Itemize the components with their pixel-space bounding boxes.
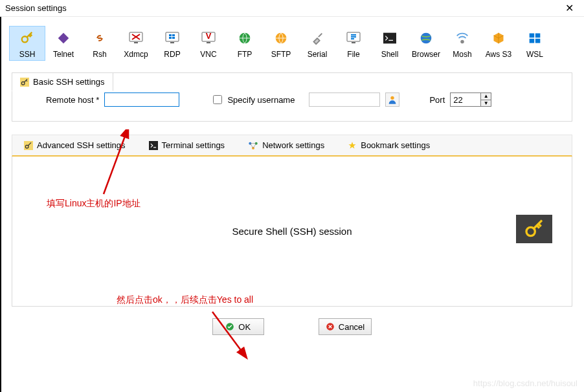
- svg-rect-11: [207, 42, 210, 43]
- key-icon: [10, 29, 45, 47]
- basic-row: Remote host * Specify username Port ▲▼: [24, 93, 560, 107]
- protocol-vnc[interactable]: V VNC: [190, 26, 227, 61]
- advanced-tabs: Advanced SSH settings Terminal settings …: [12, 135, 572, 157]
- svg-rect-25: [535, 39, 541, 43]
- protocol-shell[interactable]: Shell: [372, 26, 408, 61]
- watermark: https://blog.csdn.net/huisoul: [473, 378, 578, 388]
- globe-orange-icon: [264, 29, 298, 47]
- globe-green-icon: [227, 29, 262, 47]
- svg-point-21: [460, 40, 464, 44]
- protocol-wsl[interactable]: WSL: [517, 26, 553, 61]
- svg-rect-6: [169, 37, 172, 39]
- key-small-icon: [24, 141, 33, 150]
- protocol-label: FTP: [227, 50, 262, 59]
- protocol-aws-s3[interactable]: Aws S3: [480, 26, 517, 61]
- ok-label: OK: [238, 322, 251, 332]
- svg-point-28: [391, 96, 394, 100]
- protocol-label: Aws S3: [481, 50, 516, 59]
- protocol-ssh[interactable]: SSH: [9, 26, 45, 61]
- protocol-label: Xdmcp: [118, 50, 153, 59]
- protocol-label: Rsh: [82, 50, 117, 59]
- window-title: Session settings: [5, 3, 67, 13]
- port-label: Port: [429, 95, 445, 105]
- svg-rect-8: [170, 42, 174, 43]
- protocol-ftp[interactable]: FTP: [227, 26, 263, 61]
- svg-rect-31: [149, 141, 158, 150]
- ssh-key-badge: [516, 215, 552, 243]
- svg-rect-19: [383, 33, 396, 44]
- tab-advanced-ssh[interactable]: Advanced SSH settings: [12, 135, 137, 155]
- protocol-row: SSH Telnet Rsh Xdmcp RDP V VNC FTP SFTP …: [0, 17, 584, 66]
- protocol-label: Serial: [300, 50, 335, 59]
- protocol-rdp[interactable]: RDP: [154, 26, 190, 61]
- protocol-rsh[interactable]: Rsh: [82, 26, 118, 61]
- windows-icon: [517, 29, 552, 47]
- tab-bookmark-settings[interactable]: Bookmark settings: [336, 135, 442, 155]
- protocol-label: Mosh: [445, 50, 480, 59]
- protocol-sftp[interactable]: SFTP: [263, 26, 299, 61]
- basic-tab-label: Basic SSH settings: [33, 77, 105, 87]
- spin-down-icon[interactable]: ▼: [481, 100, 491, 107]
- port-spinner[interactable]: ▲▼: [481, 93, 491, 107]
- network-icon: [248, 141, 258, 150]
- svg-rect-7: [172, 37, 175, 39]
- svg-rect-2: [134, 42, 138, 43]
- tab-basic-ssh[interactable]: Basic SSH settings: [12, 72, 113, 91]
- tab-label: Advanced SSH settings: [37, 140, 126, 150]
- key-large-icon: [522, 219, 546, 239]
- protocol-label: SSH: [10, 50, 45, 59]
- port-input[interactable]: [450, 93, 481, 107]
- svg-point-20: [421, 33, 432, 44]
- dialog-buttons: OK Cancel: [0, 307, 584, 347]
- windows-monitor-icon: [155, 29, 190, 47]
- remote-host-label: Remote host *: [46, 95, 99, 105]
- remote-host-input[interactable]: [104, 93, 179, 107]
- svg-rect-18: [352, 42, 355, 43]
- content-panel: Secure Shell (SSH) session: [12, 157, 572, 307]
- close-icon[interactable]: ✕: [561, 2, 578, 14]
- protocol-file[interactable]: File: [335, 26, 372, 61]
- protocol-label: RDP: [155, 50, 190, 59]
- protocol-label: SFTP: [264, 50, 298, 59]
- svg-rect-4: [169, 34, 172, 36]
- x-circle-icon: [326, 322, 335, 331]
- svg-rect-17: [351, 38, 354, 39]
- terminal-icon: [372, 29, 407, 47]
- svg-rect-5: [172, 34, 175, 36]
- link-icon: [82, 29, 117, 47]
- globe-blue-icon: [409, 29, 444, 47]
- left-edge: [0, 17, 1, 392]
- satellite-icon: [445, 29, 480, 47]
- titlebar: Session settings ✕: [0, 0, 584, 17]
- tab-label: Bookmark settings: [361, 140, 430, 150]
- protocol-serial[interactable]: Serial: [299, 26, 335, 61]
- tab-terminal-settings[interactable]: Terminal settings: [137, 135, 237, 155]
- s3-icon: [481, 29, 516, 47]
- svg-rect-23: [535, 34, 541, 38]
- username-input[interactable]: [309, 93, 380, 107]
- vnc-monitor-icon: V: [191, 29, 226, 47]
- svg-rect-16: [351, 36, 356, 38]
- protocol-label: Browser: [409, 50, 444, 59]
- protocol-label: Telnet: [46, 50, 81, 59]
- protocol-mosh[interactable]: Mosh: [444, 26, 480, 61]
- ok-button[interactable]: OK: [212, 318, 264, 335]
- protocol-telnet[interactable]: Telnet: [45, 26, 82, 61]
- terminal-small-icon: [149, 141, 158, 150]
- user-picker-button[interactable]: [385, 93, 399, 107]
- specify-username-label: Specify username: [227, 95, 295, 105]
- protocol-label: Shell: [372, 50, 407, 59]
- protocol-browser[interactable]: Browser: [408, 26, 444, 61]
- cancel-button[interactable]: Cancel: [319, 318, 372, 335]
- check-circle-icon: [225, 322, 234, 331]
- spin-up-icon[interactable]: ▲: [481, 93, 491, 100]
- tab-network-settings[interactable]: Network settings: [236, 135, 336, 155]
- file-monitor-icon: [336, 29, 371, 47]
- svg-text:V: V: [206, 31, 212, 41]
- specify-username-checkbox[interactable]: [213, 95, 222, 104]
- svg-rect-15: [351, 34, 356, 36]
- protocol-xdmcp[interactable]: Xdmcp: [118, 26, 154, 61]
- protocol-label: File: [336, 50, 371, 59]
- protocol-label: WSL: [517, 50, 552, 59]
- tab-label: Network settings: [262, 140, 324, 150]
